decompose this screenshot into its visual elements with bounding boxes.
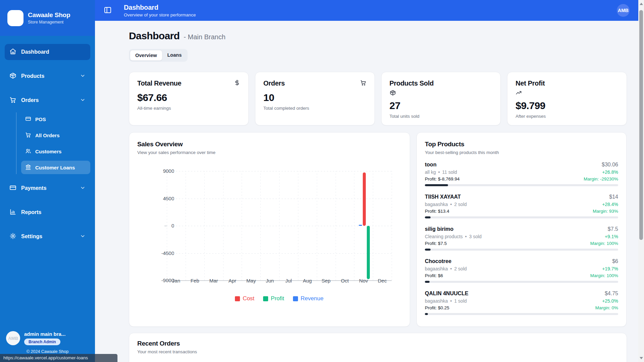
chevron-down-icon [80, 97, 86, 104]
cost-bar [363, 172, 366, 226]
vertical-scrollbar [638, 0, 644, 362]
product-change: +19.7% [602, 266, 618, 271]
chart-legend: CostProfitRevenue [167, 295, 392, 302]
tab-bar: Overview Loans [129, 49, 188, 62]
app-window: Cawaale Shop Store Management Dashboard … [0, 0, 644, 362]
product-meta: bagaashka•2 sold [425, 202, 467, 207]
stat-caption: Total completed orders [263, 106, 366, 111]
role-badge: Branch Admin [24, 339, 60, 345]
x-axis-tick: Nov [359, 278, 368, 283]
avatar[interactable]: AMB [6, 331, 20, 345]
product-name: toon [425, 162, 437, 168]
package-icon [390, 90, 396, 97]
product-price: $6 [612, 258, 618, 264]
tab-overview[interactable]: Overview [130, 50, 162, 61]
recent-orders-subtitle: Your most recent transactions [137, 349, 618, 354]
status-url-bar: https://cawaale.vercel.app/customer-loan… [0, 354, 117, 362]
recent-orders-panel: Recent Orders Your most recent transacti… [129, 333, 627, 362]
sidebar-item-label: Customer Loans [35, 165, 75, 170]
top-products-panel: Top Products Your best-selling products … [416, 132, 627, 327]
main-area: Dashboard Overview of your store perform… [95, 0, 638, 362]
product-meta: Cleaning products•3 sold [425, 234, 482, 239]
product-progress [425, 184, 618, 186]
sidebar-nav: Dashboard Products Orders POS All [0, 36, 95, 245]
users-icon [25, 148, 31, 155]
x-axis-tick: Feb [191, 278, 199, 283]
product-change: +26.8% [602, 169, 618, 175]
header-title: Dashboard [124, 4, 196, 11]
sidebar-item-orders[interactable]: Orders [5, 92, 90, 108]
product-profit: Profit: $-8,769.94 [425, 176, 460, 182]
top-products-title: Top Products [425, 141, 618, 148]
sidebar-toggle-icon[interactable] [104, 6, 112, 15]
x-axis-tick: Dec [378, 278, 387, 283]
product-profit: Profit: $0.25 [425, 305, 449, 310]
dollar-icon [234, 80, 240, 87]
x-axis-tick: May [246, 278, 256, 283]
header-avatar[interactable]: AMB [617, 4, 630, 17]
x-axis-tick: Jul [285, 278, 292, 283]
stat-value: $9.799 [515, 100, 618, 111]
product-row: TIISH XAYAAT$14 bagaashka•2 sold+28.4% P… [425, 194, 618, 218]
scrollbar-thumb[interactable] [639, 10, 643, 240]
stat-card-total-revenue: Total Revenue $67.66 All-time earnings [129, 72, 249, 125]
sidebar-item-label: Dashboard [21, 49, 49, 55]
trending-up-icon [515, 90, 522, 97]
tab-loans[interactable]: Loans [162, 50, 187, 61]
landmark-icon [25, 164, 31, 171]
x-axis-tick: Apr [229, 278, 236, 283]
sidebar-item-reports[interactable]: Reports [5, 204, 90, 220]
sidebar-item-pos[interactable]: POS [21, 112, 90, 126]
cart-icon [360, 80, 366, 87]
sidebar-item-label: POS [35, 116, 46, 122]
stat-cards: Total Revenue $67.66 All-time earnings O… [129, 72, 627, 125]
credit-card-icon [9, 184, 16, 193]
sidebar-item-label: Payments [21, 185, 75, 191]
product-margin: Margin: -29230% [584, 176, 618, 182]
stat-card-net-profit: Net Profit $9.799 After expenses [507, 72, 627, 125]
product-meta: all kg•11 sold [425, 169, 457, 175]
sidebar-header: Cawaale Shop Store Management [0, 0, 95, 36]
product-progress [425, 216, 618, 218]
sidebar-item-dashboard[interactable]: Dashboard [5, 44, 90, 60]
scroll-up-arrow-icon[interactable] [640, 3, 643, 5]
sidebar: Cawaale Shop Store Management Dashboard … [0, 0, 95, 362]
scroll-down-arrow-icon[interactable] [640, 357, 643, 359]
sidebar-item-customer-loans[interactable]: Customer Loans [21, 161, 90, 174]
user-name: admin main bra... [24, 331, 65, 337]
stat-value: $67.66 [137, 92, 240, 103]
x-axis-tick: Jun [266, 278, 274, 283]
chevron-down-icon [80, 233, 86, 240]
sidebar-footer: AMB admin main bra... Branch Admin © 202… [0, 331, 95, 354]
stat-caption: After expenses [515, 114, 618, 119]
top-header: Dashboard Overview of your store perform… [95, 0, 638, 21]
home-icon [9, 48, 16, 56]
product-margin: Margin: 0% [595, 305, 618, 310]
product-change: +25.0% [602, 298, 618, 304]
sales-overview-subtitle: View your sales performance over time [137, 150, 402, 155]
x-axis-tick: Mar [209, 278, 218, 283]
sidebar-item-payments[interactable]: Payments [5, 180, 90, 196]
product-price: $14 [609, 194, 618, 200]
recent-orders-title: Recent Orders [137, 340, 618, 347]
sidebar-item-customers[interactable]: Customers [21, 145, 90, 158]
sidebar-item-all-orders[interactable]: All Orders [21, 128, 90, 142]
orders-submenu: POS All Orders Customers Customer Loans [16, 112, 90, 174]
header-subtitle: Overview of your store performance [124, 12, 196, 17]
cart-icon [9, 96, 16, 105]
product-row: Chocotree$6 bagaashka•2 sold+19.7% Profi… [425, 258, 618, 283]
x-axis-tick: Oct [341, 278, 349, 283]
sidebar-item-label: Settings [21, 234, 75, 240]
stat-title: Net Profit [515, 80, 545, 87]
credit-card-icon [25, 116, 31, 123]
x-axis-tick: Jan [172, 278, 180, 283]
product-meta: bagaashka•1 sold [425, 298, 467, 304]
product-progress [425, 281, 618, 283]
product-profit: Profit: $6 [425, 273, 443, 278]
product-row: toon$30.06 all kg•11 sold+26.8% Profit: … [425, 162, 618, 186]
product-margin: Margin: 100% [590, 241, 618, 246]
top-products-list: toon$30.06 all kg•11 sold+26.8% Profit: … [425, 162, 618, 315]
sidebar-item-products[interactable]: Products [5, 68, 90, 84]
sidebar-item-settings[interactable]: Settings [5, 228, 90, 245]
legend-item-revenue: Revenue [293, 295, 324, 302]
